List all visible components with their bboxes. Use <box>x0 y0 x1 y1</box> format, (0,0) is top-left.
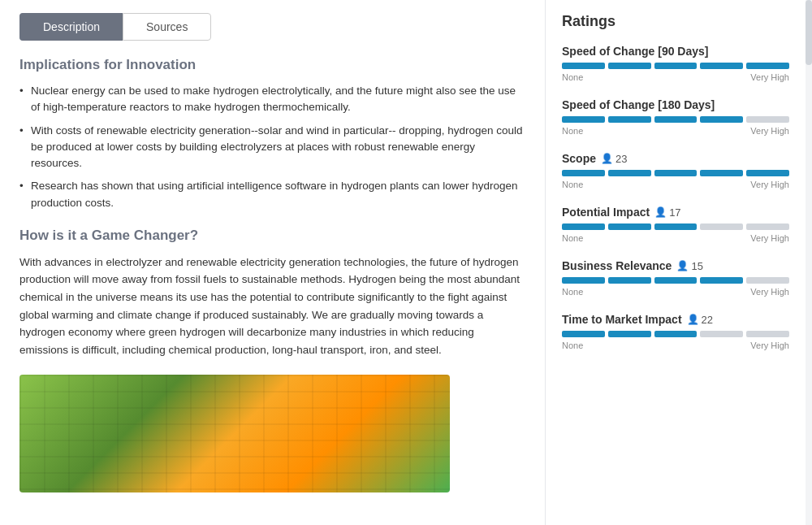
rating-label: Time to Market Impact22 <box>562 313 789 326</box>
rating-label: Speed of Change [90 Days] <box>562 45 789 58</box>
rating-item: Business Relevance15NoneVery High <box>562 259 789 297</box>
progress-segment <box>654 331 698 337</box>
progress-bar <box>562 170 789 176</box>
progress-segment <box>746 277 789 284</box>
progress-segment <box>700 277 743 284</box>
progress-segment <box>562 116 605 123</box>
bullet-list: Nuclear energy can be used to make hydro… <box>19 83 525 211</box>
progress-segment <box>562 170 605 176</box>
left-panel: Description Sources Implications for Inn… <box>0 0 546 525</box>
rating-count: 23 <box>601 153 627 165</box>
tab-sources[interactable]: Sources <box>123 13 211 41</box>
rating-label: Potential Impact17 <box>562 206 789 219</box>
scrollbar[interactable] <box>806 0 812 525</box>
progress-segment <box>700 331 743 337</box>
progress-segment <box>746 331 789 337</box>
rating-count: 22 <box>687 314 713 326</box>
progress-segment <box>654 277 698 284</box>
progress-segment <box>608 116 651 123</box>
progress-segment <box>608 63 651 69</box>
label-none: None <box>562 233 583 243</box>
body-text: With advances in electrolyzer and renewa… <box>19 254 525 359</box>
rating-label-text: Potential Impact <box>562 206 650 219</box>
progress-segment <box>608 331 651 337</box>
list-item: Research has shown that using artificial… <box>19 178 525 211</box>
rating-item: Speed of Change [90 Days]NoneVery High <box>562 45 789 82</box>
progress-segment <box>654 63 698 69</box>
progress-labels: NoneVery High <box>562 287 789 297</box>
rating-label-text: Business Relevance <box>562 259 672 272</box>
rating-label-text: Time to Market Impact <box>562 313 682 326</box>
progress-segment <box>700 63 743 69</box>
label-none: None <box>562 180 583 189</box>
progress-bar <box>562 63 789 69</box>
progress-segment <box>746 223 789 230</box>
progress-segment <box>562 223 605 230</box>
rating-item: Time to Market Impact22NoneVery High <box>562 313 789 350</box>
progress-segment <box>654 170 698 176</box>
list-item: Nuclear energy can be used to make hydro… <box>19 83 525 116</box>
progress-segment <box>562 63 605 69</box>
rating-item: Scope23NoneVery High <box>562 152 789 189</box>
right-panel: Ratings Speed of Change [90 Days]NoneVer… <box>546 0 806 525</box>
section1-heading: Implications for Innovation <box>19 57 525 73</box>
progress-bar <box>562 331 789 337</box>
progress-bar <box>562 223 789 230</box>
progress-segment <box>700 223 743 230</box>
tab-bar: Description Sources <box>19 13 525 41</box>
progress-bar <box>562 116 789 123</box>
label-none: None <box>562 341 583 350</box>
label-very-high: Very High <box>750 180 789 189</box>
progress-segment <box>700 170 743 176</box>
rating-label-text: Speed of Change [180 Days] <box>562 98 715 111</box>
progress-segment <box>562 277 605 284</box>
rating-label-text: Scope <box>562 152 596 165</box>
tab-description[interactable]: Description <box>19 13 123 41</box>
rating-label: Scope23 <box>562 152 789 165</box>
list-item: With costs of renewable electricity gene… <box>19 123 525 172</box>
rating-item: Potential Impact17NoneVery High <box>562 206 789 243</box>
progress-segment <box>608 223 651 230</box>
rating-count: 17 <box>654 206 680 219</box>
label-very-high: Very High <box>750 126 789 136</box>
ratings-title: Ratings <box>562 13 789 30</box>
rating-label: Business Relevance15 <box>562 259 789 272</box>
progress-segment <box>746 170 789 176</box>
progress-labels: NoneVery High <box>562 126 789 136</box>
label-none: None <box>562 287 583 297</box>
label-none: None <box>562 126 583 136</box>
label-none: None <box>562 72 583 82</box>
progress-labels: NoneVery High <box>562 180 789 189</box>
scrollbar-thumb[interactable] <box>806 0 812 65</box>
rating-count: 15 <box>676 260 702 272</box>
progress-segment <box>654 223 698 230</box>
label-very-high: Very High <box>750 287 789 297</box>
section2-heading: How is it a Game Changer? <box>19 228 525 244</box>
progress-segment <box>562 331 605 337</box>
label-very-high: Very High <box>750 341 789 350</box>
rating-label: Speed of Change [180 Days] <box>562 98 789 111</box>
progress-labels: NoneVery High <box>562 341 789 350</box>
progress-segment <box>608 277 651 284</box>
progress-labels: NoneVery High <box>562 233 789 243</box>
progress-bar <box>562 277 789 284</box>
rating-item: Speed of Change [180 Days]NoneVery High <box>562 98 789 136</box>
content-image <box>19 375 450 492</box>
progress-segment <box>608 170 651 176</box>
ratings-list: Speed of Change [90 Days]NoneVery HighSp… <box>562 45 789 350</box>
rating-label-text: Speed of Change [90 Days] <box>562 45 709 58</box>
label-very-high: Very High <box>750 72 789 82</box>
progress-labels: NoneVery High <box>562 72 789 82</box>
label-very-high: Very High <box>750 233 789 243</box>
progress-segment <box>746 63 789 69</box>
progress-segment <box>746 116 789 123</box>
progress-segment <box>654 116 698 123</box>
progress-segment <box>700 116 743 123</box>
